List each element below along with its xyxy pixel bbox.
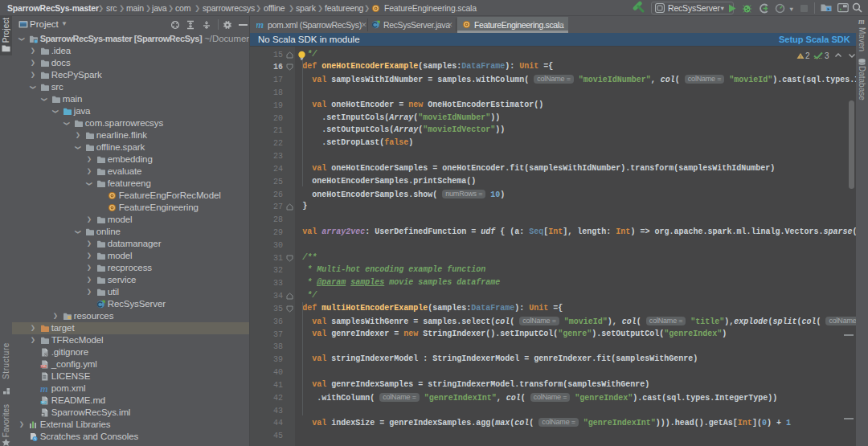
svg-text:m: m bbox=[40, 384, 48, 393]
svg-text:YML: YML bbox=[40, 365, 46, 368]
svg-text:MD: MD bbox=[41, 401, 46, 404]
svg-text:m: m bbox=[256, 20, 264, 30]
